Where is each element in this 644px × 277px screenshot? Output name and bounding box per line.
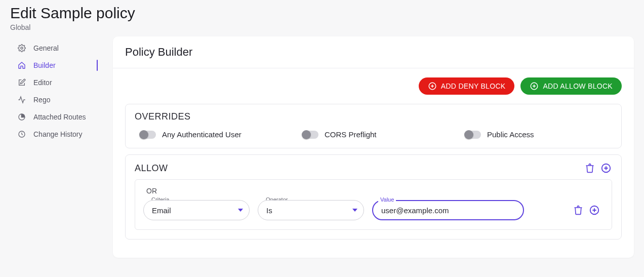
sidebar-item-editor[interactable]: Editor xyxy=(10,74,99,91)
button-label: ADD ALLOW BLOCK xyxy=(543,82,613,90)
value-field: Value xyxy=(372,200,524,220)
toggle-any-authenticated-user[interactable] xyxy=(140,131,156,139)
add-rule-group-button[interactable] xyxy=(600,162,612,174)
action-row: ADD DENY BLOCK ADD ALLOW BLOCK xyxy=(125,77,622,95)
svg-point-0 xyxy=(21,47,23,49)
main-card: Policy Builder ADD DENY BLOCK xyxy=(113,36,634,258)
add-deny-block-button[interactable]: ADD DENY BLOCK xyxy=(419,77,515,95)
criteria-select[interactable]: Email xyxy=(143,200,250,220)
button-label: ADD DENY BLOCK xyxy=(441,82,506,90)
delete-rule-button[interactable] xyxy=(572,204,584,216)
rule-group: OR Criteria Email xyxy=(135,179,612,230)
gear-icon xyxy=(17,44,26,53)
value-input-wrap xyxy=(372,200,524,220)
sidebar-item-label: Attached Routes xyxy=(33,113,86,121)
sidebar-item-attached-routes[interactable]: Attached Routes xyxy=(10,108,99,126)
page-header: Edit Sample policy Global xyxy=(10,4,634,31)
criteria-field: Criteria Email xyxy=(143,200,250,220)
caret-down-icon xyxy=(238,209,243,212)
delete-allow-block-button[interactable] xyxy=(584,162,596,174)
sidebar: General Builder Editor xyxy=(10,36,99,143)
toggle-cors-preflight[interactable] xyxy=(302,131,318,139)
override-label: Public Access xyxy=(487,130,534,139)
home-icon xyxy=(17,61,26,70)
add-rule-button[interactable] xyxy=(588,204,600,216)
rule-row: Criteria Email Operator xyxy=(143,200,603,220)
override-public-access: Public Access xyxy=(465,130,607,139)
criteria-value: Email xyxy=(152,206,171,215)
sidebar-item-label: Change History xyxy=(33,130,83,138)
sidebar-item-label: Builder xyxy=(33,61,56,69)
clock-icon xyxy=(17,130,26,139)
operator-value: Is xyxy=(266,206,272,215)
pie-chart-icon xyxy=(17,112,26,122)
override-label: Any Authenticated User xyxy=(162,130,242,139)
override-label: CORS Preflight xyxy=(325,130,377,139)
value-input[interactable] xyxy=(381,206,515,215)
plus-circle-icon xyxy=(530,82,539,91)
override-any-authenticated-user: Any Authenticated User xyxy=(140,130,282,139)
card-title: Policy Builder xyxy=(125,46,622,59)
sidebar-item-general[interactable]: General xyxy=(10,39,99,57)
overrides-card: OVERRIDES Any Authenticated User CORS Pr… xyxy=(125,104,622,148)
add-allow-block-button[interactable]: ADD ALLOW BLOCK xyxy=(520,77,622,95)
caret-down-icon xyxy=(352,209,357,212)
rule-joiner: OR xyxy=(146,187,603,195)
sidebar-item-label: Rego xyxy=(33,96,50,104)
activity-icon xyxy=(17,95,26,104)
sidebar-item-builder[interactable]: Builder xyxy=(10,57,99,74)
override-cors-preflight: CORS Preflight xyxy=(302,130,445,139)
sidebar-item-label: General xyxy=(33,44,59,52)
sidebar-item-label: Editor xyxy=(33,78,52,87)
allow-block-card: ALLOW xyxy=(125,154,622,240)
allow-block-title: ALLOW xyxy=(135,163,168,174)
operator-select[interactable]: Is xyxy=(258,200,364,220)
page-subtitle: Global xyxy=(10,23,634,31)
value-label: Value xyxy=(378,196,396,203)
page-title: Edit Sample policy xyxy=(10,4,634,22)
sidebar-item-rego[interactable]: Rego xyxy=(10,91,99,108)
sidebar-item-change-history[interactable]: Change History xyxy=(10,126,99,143)
toggle-public-access[interactable] xyxy=(465,131,481,139)
edit-icon xyxy=(17,78,26,87)
overrides-title: OVERRIDES xyxy=(135,111,191,122)
operator-field: Operator Is xyxy=(258,200,364,220)
plus-circle-icon xyxy=(428,82,437,91)
